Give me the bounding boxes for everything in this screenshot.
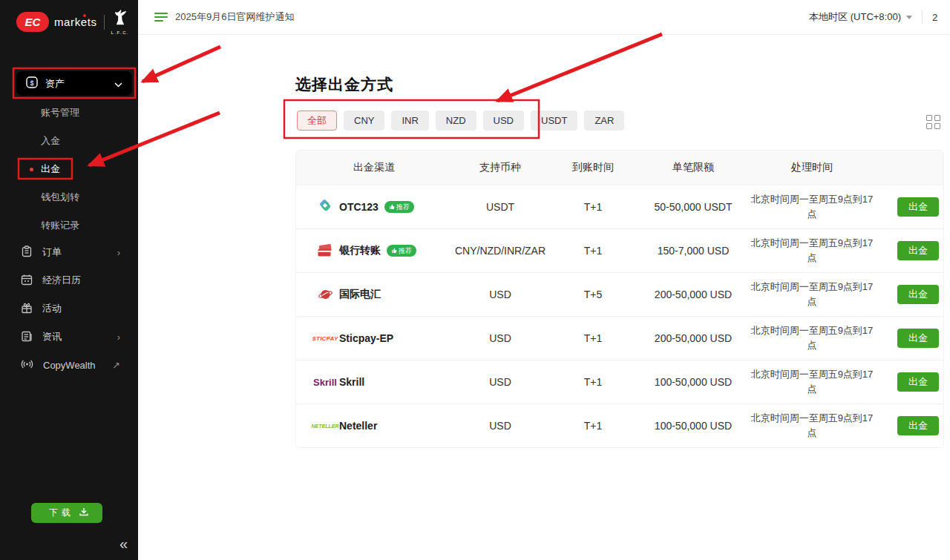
sidebar-item-wallet-transfer[interactable]: 钱包划转 [0, 183, 138, 211]
channel-name: 国际电汇 [339, 288, 381, 301]
logo-divider [104, 15, 105, 30]
sidebar-item-label: 转账记录 [41, 219, 79, 232]
sidebar-item-label: 账号管理 [41, 106, 79, 119]
arrival-time: T+1 [548, 201, 638, 213]
arrival-time: T+1 [548, 245, 638, 257]
filter-chip-all[interactable]: 全部 [297, 111, 337, 131]
arrival-time: T+1 [548, 420, 638, 432]
sidebar-item-label: 出金 [41, 162, 60, 176]
recommended-badge: 推荐 [384, 201, 414, 213]
limit: 100-50,000 USD [638, 376, 749, 388]
channel-name: 银行转账 [339, 244, 381, 257]
announcement-text: 2025年9月6日官网维护通知 [175, 10, 294, 24]
processing-hours: 北京时间周一至周五9点到17点 [749, 280, 875, 309]
header-limit: 单笔限额 [638, 161, 749, 174]
table-header: 出金渠道 支持币种 到账时间 单笔限额 处理时间 [296, 151, 943, 185]
filter-chip-nzd[interactable]: NZD [436, 111, 476, 131]
header-currencies: 支持币种 [452, 161, 548, 174]
grid-view-toggle-icon[interactable] [926, 115, 941, 130]
announcement[interactable]: 2025年9月6日官网维护通知 [154, 10, 294, 24]
sticpay-logo: STICPAY [317, 335, 333, 342]
table-row: NETELLER Neteller USD T+1 100-50,000 USD… [296, 403, 943, 447]
download-button[interactable]: 下载 [31, 503, 102, 523]
limit: 50-50,000 USDT [638, 201, 749, 213]
clock-text: 2 [932, 12, 943, 23]
download-icon [79, 507, 88, 518]
filter-chip-usdt[interactable]: USDT [531, 111, 577, 131]
sidebar-item-assets[interactable]: $ 资产 [16, 71, 132, 96]
lfc-partner-logo: L.F.C. [111, 9, 130, 35]
withdraw-button[interactable]: 出金 [897, 241, 939, 260]
supported-currencies: USD [452, 376, 548, 388]
brand-logo: EC markets L.F.C. [16, 9, 129, 35]
newspaper-icon [21, 330, 33, 344]
otc123-logo-icon [317, 200, 333, 214]
withdraw-methods-table: 出金渠道 支持币种 到账时间 单笔限额 处理时间 OTC123 推荐 USDT … [295, 150, 944, 448]
channel-name: Skrill [339, 376, 364, 388]
withdraw-button[interactable]: 出金 [897, 329, 939, 348]
sidebar-item-account-management[interactable]: 账号管理 [0, 99, 138, 127]
badge-label: 推荐 [396, 202, 410, 212]
timezone-selector[interactable]: 本地时区 (UTC+8:00) [809, 10, 901, 24]
supported-currencies: CNY/NZD/INR/ZAR [452, 245, 548, 257]
main-area: 2025年9月6日官网维护通知 本地时区 (UTC+8:00) 2 选择出金方式… [138, 0, 950, 560]
sidebar-item-activities[interactable]: 活动 [0, 294, 138, 323]
clipboard-icon [21, 246, 33, 260]
caret-down-icon [906, 16, 912, 19]
filter-chip-cny[interactable]: CNY [344, 111, 384, 131]
limit: 200-50,000 USD [638, 332, 749, 344]
sidebar-item-copywealth[interactable]: CopyWealth ↗ [0, 351, 138, 379]
svg-text:$: $ [30, 79, 33, 86]
channel-name: OTC123 [339, 201, 379, 213]
topbar-divider [922, 10, 923, 24]
topbar: 2025年9月6日官网维护通知 本地时区 (UTC+8:00) 2 [138, 0, 950, 35]
chevron-right-icon: › [117, 332, 120, 343]
withdraw-button[interactable]: 出金 [897, 416, 939, 435]
filter-chip-usd[interactable]: USD [483, 111, 524, 131]
limit: 150-7,000 USD [638, 245, 749, 257]
collapse-sidebar-button[interactable]: « [119, 536, 128, 551]
active-dot [30, 168, 33, 171]
bank-transfer-icon [317, 244, 333, 257]
sidebar-item-label: CopyWealth [43, 360, 102, 371]
sidebar-item-economic-calendar[interactable]: 经济日历 [0, 266, 138, 294]
withdraw-button[interactable]: 出金 [897, 197, 939, 217]
sidebar-item-withdraw[interactable]: 出金 [0, 155, 138, 183]
processing-hours: 北京时间周一至周五9点到17点 [749, 323, 875, 353]
header-arrival: 到账时间 [548, 161, 638, 174]
page-title: 选择出金方式 [295, 74, 393, 95]
table-row: 银行转账 推荐 CNY/NZD/INR/ZAR T+1 150-7,000 US… [296, 228, 943, 272]
announcement-lines-icon [154, 13, 168, 22]
channel-name: Sticpay-EP [339, 332, 393, 344]
arrival-time: T+1 [548, 376, 638, 388]
sidebar-item-label: 入金 [41, 134, 60, 148]
header-hours: 处理时间 [749, 161, 875, 174]
table-row: Skrill Skrill USD T+1 100-50,000 USD 北京时… [296, 360, 943, 403]
filter-chip-inr[interactable]: INR [391, 111, 428, 131]
dollar-icon: $ [26, 76, 38, 91]
withdraw-button[interactable]: 出金 [897, 285, 939, 304]
download-label: 下载 [49, 507, 74, 519]
supported-currencies: USDT [452, 201, 548, 213]
wire-transfer-globe-icon [317, 288, 333, 301]
lfc-caption: L.F.C. [111, 30, 130, 35]
recommended-badge: 推荐 [387, 245, 416, 257]
sidebar-item-orders[interactable]: 订单 › [0, 238, 138, 266]
sidebar-item-deposit[interactable]: 入金 [0, 127, 138, 155]
sidebar: EC markets L.F.C. $ 资产 账号管理 入金 出金 钱包划转 转… [0, 0, 138, 560]
supported-currencies: USD [452, 332, 548, 344]
sidebar-item-label: 钱包划转 [41, 191, 79, 204]
processing-hours: 北京时间周一至周五9点到17点 [749, 236, 875, 266]
chevron-down-icon [114, 77, 122, 90]
channel-name: Neteller [339, 420, 377, 432]
sidebar-item-label: 活动 [42, 302, 120, 315]
liver-bird-icon [112, 9, 128, 30]
sidebar-item-transfer-records[interactable]: 转账记录 [0, 211, 138, 240]
sidebar-item-label: 经济日历 [42, 274, 120, 287]
sidebar-item-news[interactable]: 资讯 › [0, 323, 138, 351]
gift-icon [21, 302, 33, 316]
filter-chip-zar[interactable]: ZAR [584, 111, 624, 131]
withdraw-button[interactable]: 出金 [897, 372, 939, 392]
broadcast-icon [21, 358, 33, 372]
limit: 200-50,000 USD [638, 289, 749, 300]
